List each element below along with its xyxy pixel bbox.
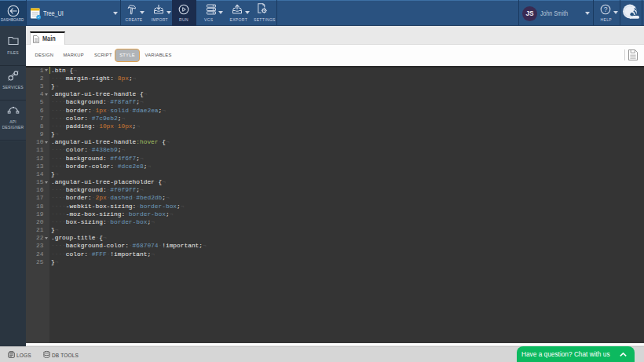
svg-text:?: ? bbox=[604, 5, 608, 13]
